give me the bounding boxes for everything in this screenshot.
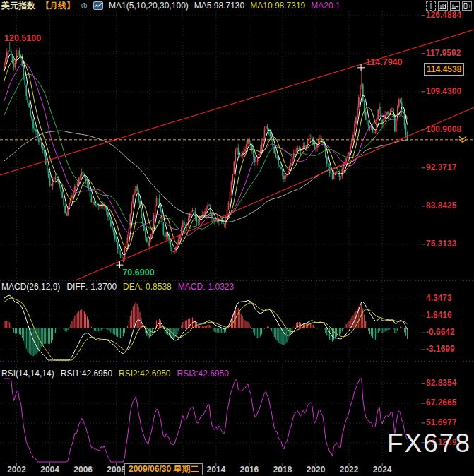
time-axis-label: 2024 <box>368 465 396 475</box>
time-axis-label: 2016 <box>235 465 263 475</box>
ma10-value: MA10:98.7319 <box>250 0 305 11</box>
price-axis-label: 100.9008 <box>426 125 461 134</box>
time-axis-label: 2014 <box>202 465 230 475</box>
time-axis-label: 2006 <box>69 465 97 475</box>
price-axis-label: 75.3133 <box>426 239 456 249</box>
price-axis-label: 83.8425 <box>426 201 456 210</box>
chart-type-icon[interactable] <box>93 1 103 10</box>
macd-macd-value: MACD:-1.0323 <box>178 282 234 292</box>
crosshair-tool-button[interactable] <box>426 1 436 11</box>
crosshair-date-label: 2009/06/30 星期二 <box>124 463 203 475</box>
macd-axis-label: 4.3473 <box>426 294 452 303</box>
macd-panel <box>4 295 408 360</box>
macd-diff-value: DIFF:-1.3700 <box>66 282 117 292</box>
time-axis-label: 2002 <box>3 465 31 475</box>
price-axis-label: 109.4300 <box>426 87 461 96</box>
time-axis-label: 2020 <box>302 465 330 475</box>
current-price-line <box>0 136 474 142</box>
time-axis-label: 2004 <box>36 465 64 475</box>
period-label: 【月线】 <box>41 0 75 11</box>
svg-text:120.5100: 120.5100 <box>4 33 41 43</box>
watermark: FX678 <box>387 429 471 458</box>
price-axis-label: 117.9592 <box>426 49 461 58</box>
indicator-pane-up-button[interactable] <box>438 1 448 11</box>
chart-header: 美元指数 【月线】 ⊕ MA1(5,10,20,30,100) MA5:98.7… <box>0 0 425 11</box>
svg-text:114.7940: 114.7940 <box>366 57 402 67</box>
ma5-value: MA5:98.7130 <box>194 0 244 11</box>
ma-settings-label: MA1(5,10,20,30,100) <box>109 0 189 11</box>
macd-dea-value: DEA:-0.8538 <box>123 282 172 292</box>
symbol-name: 美元指数 <box>1 0 35 11</box>
rsi3-value: RSI3:42.6950 <box>177 369 229 379</box>
crosshair-price-label: 114.4538 <box>424 63 464 76</box>
rsi-panel <box>4 379 408 462</box>
time-axis-label: 2018 <box>268 465 297 475</box>
rsi1-value: RSI1:42.6950 <box>61 369 112 379</box>
chart-application: 120.5100114.794070.6900 美元指数 【月线】 ⊕ MA1(… <box>0 0 474 476</box>
macd-header: MACD(26,12,9) DIFF:-1.3700 DEA:-0.8538 M… <box>1 282 234 292</box>
chart-canvas[interactable]: 120.5100114.794070.6900 <box>0 0 474 476</box>
export-pane-button[interactable] <box>462 1 472 11</box>
macd-title: MACD(26,12,9) <box>1 282 60 292</box>
macd-axis-label: -0.6642 <box>426 328 455 337</box>
rsi2-value: RSI2:42.6950 <box>119 369 170 379</box>
rsi-axis-label: 67.2665 <box>426 398 456 407</box>
rsi-axis-label: 51.6977 <box>426 418 456 427</box>
macd-axis-label: -3.1699 <box>426 345 455 354</box>
rsi-axis-label: 82.8354 <box>426 379 456 388</box>
ma20-value: MA20:1 <box>311 0 340 11</box>
price-axis-label: 92.3717 <box>426 163 456 172</box>
chart-toolbar <box>426 1 472 11</box>
time-axis-label: 2022 <box>335 465 363 475</box>
expand-icon[interactable]: ⊕ <box>81 0 88 11</box>
rsi-title: RSI(14,14,14) <box>1 369 54 379</box>
rsi-header: RSI(14,14,14) RSI1:42.6950 RSI2:42.6950 … <box>1 369 229 379</box>
moving-average-lines <box>4 54 408 255</box>
price-axis-label: 126.4884 <box>426 11 461 20</box>
indicator-pane-forward-button[interactable] <box>450 1 460 11</box>
macd-axis-label: 1.8416 <box>426 311 452 320</box>
svg-text:70.6900: 70.6900 <box>122 268 154 278</box>
grid <box>0 11 474 466</box>
